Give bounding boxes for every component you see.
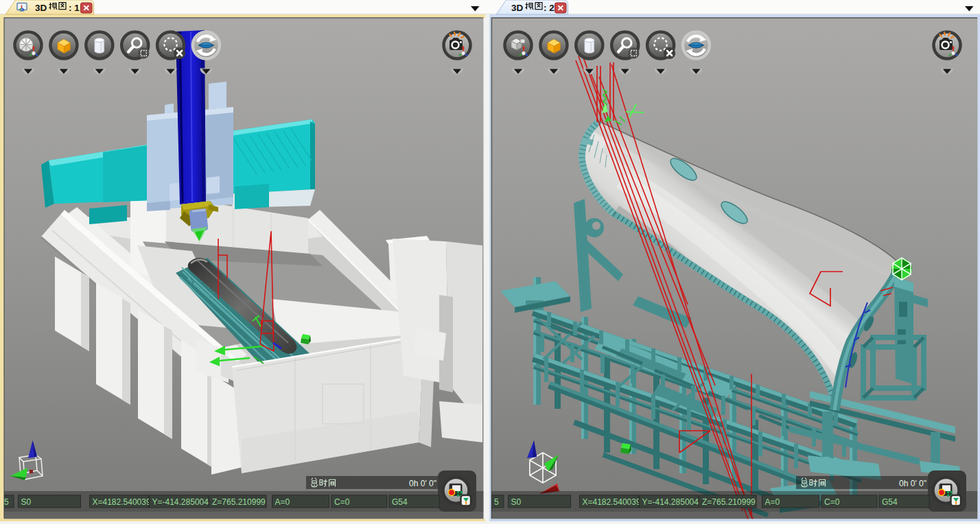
svg-text:5: 5 [4,497,9,507]
svg-text:X=4182.540039: X=4182.540039 [93,497,151,507]
svg-text:A=0: A=0 [765,497,780,507]
svg-text:Z=765.210999: Z=765.210999 [702,497,756,507]
svg-text:3D: 3D [35,3,47,13]
svg-text:0h 0' 0": 0h 0' 0" [899,479,926,488]
svg-text:Y=-414.285004: Y=-414.285004 [642,497,699,507]
svg-text:S0: S0 [511,497,522,507]
svg-text:3D: 3D [511,3,524,13]
svg-text:G54: G54 [882,497,898,507]
svg-text:: 2: : 2 [544,3,555,13]
svg-text:: 1: : 1 [69,3,80,13]
svg-text:C=0: C=0 [824,497,840,507]
svg-text:Y=-414.285004: Y=-414.285004 [152,497,209,507]
svg-text:X=4182.540039: X=4182.540039 [583,497,641,507]
svg-text:G54: G54 [392,497,408,507]
svg-text:C=0: C=0 [334,497,350,507]
svg-text:Z=765.210999: Z=765.210999 [212,497,266,507]
svg-text:S0: S0 [21,497,32,507]
svg-text:5: 5 [494,497,499,507]
svg-text:0h 0' 0": 0h 0' 0" [409,479,436,488]
svg-text:A=0: A=0 [275,497,290,507]
